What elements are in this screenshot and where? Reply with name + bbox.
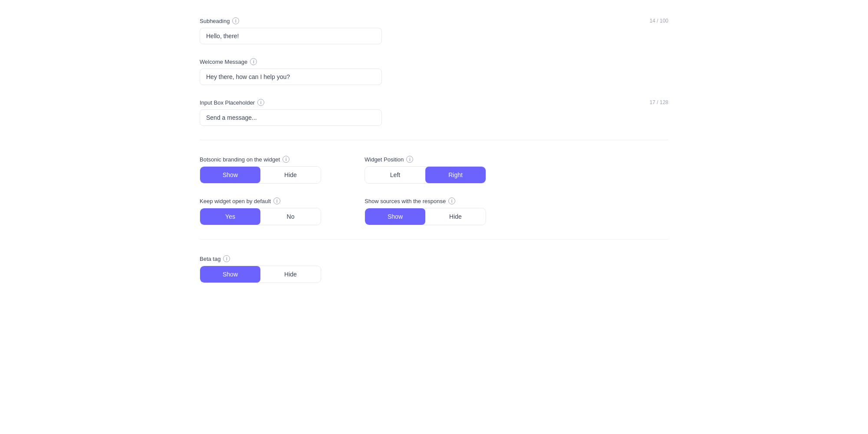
- botsonic-branding-label: Botsonic branding on the widget i: [200, 156, 321, 163]
- input-placeholder-field-group: Input Box Placeholder i 17 / 128: [200, 99, 668, 126]
- botsonic-branding-hide-button[interactable]: Hide: [260, 167, 321, 183]
- subheading-input[interactable]: [200, 28, 382, 44]
- subheading-label: Subheading i: [200, 17, 239, 24]
- beta-tag-label: Beta tag i: [200, 255, 668, 262]
- show-sources-field: Show sources with the response i Show Hi…: [365, 197, 486, 225]
- beta-tag-info-icon[interactable]: i: [223, 255, 230, 262]
- input-placeholder-input[interactable]: [200, 109, 382, 126]
- beta-tag-hide-button[interactable]: Hide: [260, 266, 321, 283]
- keep-widget-open-label: Keep widget open by default i: [200, 197, 321, 204]
- welcome-message-label-text: Welcome Message: [200, 59, 247, 65]
- beta-tag-field-group: Beta tag i Show Hide: [200, 255, 668, 283]
- subheading-info-icon[interactable]: i: [232, 17, 239, 24]
- widget-position-label: Widget Position i: [365, 156, 486, 163]
- show-sources-show-button[interactable]: Show: [365, 208, 425, 225]
- input-placeholder-label-text: Input Box Placeholder: [200, 99, 255, 106]
- show-sources-toggle: Show Hide: [365, 208, 486, 225]
- welcome-message-info-icon[interactable]: i: [250, 58, 257, 65]
- show-sources-info-icon[interactable]: i: [448, 197, 455, 204]
- widget-position-info-icon[interactable]: i: [406, 156, 413, 163]
- botsonic-branding-label-text: Botsonic branding on the widget: [200, 156, 280, 163]
- welcome-message-field-group: Welcome Message i: [200, 58, 668, 85]
- input-placeholder-char-count: 17 / 128: [650, 99, 668, 105]
- botsonic-branding-info-icon[interactable]: i: [283, 156, 289, 163]
- welcome-message-input[interactable]: [200, 69, 382, 85]
- welcome-message-label: Welcome Message i: [200, 58, 668, 65]
- botsonic-branding-toggle: Show Hide: [200, 166, 321, 184]
- input-placeholder-label: Input Box Placeholder i: [200, 99, 264, 106]
- beta-tag-label-text: Beta tag: [200, 256, 220, 262]
- branding-position-row: Botsonic branding on the widget i Show H…: [200, 156, 668, 184]
- subheading-label-row: Subheading i 14 / 100: [200, 17, 668, 24]
- beta-tag-show-button[interactable]: Show: [200, 266, 260, 283]
- widget-position-toggle: Left Right: [365, 166, 486, 184]
- keep-widget-open-label-text: Keep widget open by default: [200, 198, 271, 204]
- botsonic-branding-show-button[interactable]: Show: [200, 167, 260, 183]
- keep-widget-open-info-icon[interactable]: i: [273, 197, 280, 204]
- widget-position-label-text: Widget Position: [365, 156, 404, 163]
- show-sources-label: Show sources with the response i: [365, 197, 486, 204]
- widget-position-right-button[interactable]: Right: [425, 167, 486, 183]
- keep-widget-open-toggle: Yes No: [200, 208, 321, 225]
- subheading-label-text: Subheading: [200, 18, 230, 24]
- input-placeholder-info-icon[interactable]: i: [257, 99, 264, 106]
- divider-1: [200, 140, 668, 140]
- beta-tag-toggle: Show Hide: [200, 266, 321, 283]
- subheading-char-count: 14 / 100: [650, 18, 668, 24]
- show-sources-label-text: Show sources with the response: [365, 198, 446, 204]
- widget-position-field: Widget Position i Left Right: [365, 156, 486, 184]
- widget-position-left-button[interactable]: Left: [365, 167, 425, 183]
- divider-2: [200, 239, 668, 240]
- keep-widget-open-field: Keep widget open by default i Yes No: [200, 197, 321, 225]
- show-sources-hide-button[interactable]: Hide: [425, 208, 486, 225]
- subheading-field-group: Subheading i 14 / 100: [200, 17, 668, 44]
- keep-open-sources-row: Keep widget open by default i Yes No Sho…: [200, 197, 668, 225]
- page-container: Subheading i 14 / 100 Welcome Message i …: [174, 0, 694, 314]
- keep-widget-open-no-button[interactable]: No: [260, 208, 321, 225]
- keep-widget-open-yes-button[interactable]: Yes: [200, 208, 260, 225]
- botsonic-branding-field: Botsonic branding on the widget i Show H…: [200, 156, 321, 184]
- input-placeholder-label-row: Input Box Placeholder i 17 / 128: [200, 99, 668, 106]
